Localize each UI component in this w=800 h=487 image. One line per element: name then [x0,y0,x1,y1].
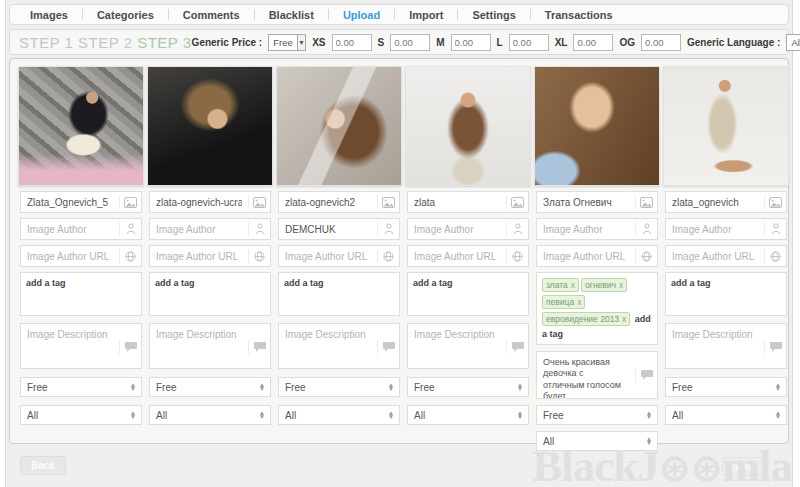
spinner-arrows-icon[interactable]: ▲▼ [383,411,399,419]
add-tag-placeholder[interactable]: add a tag [671,278,711,288]
image-author-input[interactable] [150,224,248,235]
image-title-input[interactable] [21,197,119,208]
spinner-arrows-icon[interactable]: ▲▼ [641,411,657,419]
image-author-input[interactable] [666,224,764,235]
image-title-input[interactable] [408,197,506,208]
language-select[interactable]: All ▲▼ [407,405,529,425]
image-author-url-input[interactable] [408,251,506,262]
image-description-input[interactable] [279,324,373,368]
tab-label[interactable]: Import [395,9,457,21]
tab-import[interactable]: Import [394,5,457,24]
price-select[interactable]: Free ▲▼ [665,377,787,397]
image-author-url-input[interactable] [537,251,635,262]
tab-comments[interactable]: Comments [168,5,254,24]
image-author-input[interactable] [537,224,635,235]
price-select[interactable]: Free ▲▼ [20,377,142,397]
language-select[interactable]: All ▲▼ [149,405,271,425]
image-title-input[interactable] [666,197,764,208]
image-title-input[interactable] [150,197,248,208]
size-xl-input[interactable] [573,34,613,51]
generic-price-select[interactable]: Free ▾ [268,34,306,51]
language-select[interactable]: All ▲▼ [20,405,142,425]
image-author-input[interactable] [279,224,377,235]
spinner-arrows-icon[interactable]: ▲▼ [254,383,270,391]
image-author-input[interactable] [408,224,506,235]
tab-upload[interactable]: Upload [328,5,394,24]
tag-input-box[interactable]: златаxогневичxпевицаxевровидение 2013x a… [536,272,658,345]
tab-label[interactable]: Images [16,9,82,21]
tag-remove-button[interactable]: x [619,280,623,290]
tab-settings[interactable]: Settings [457,5,529,24]
tab-blacklist[interactable]: Blacklist [254,5,328,24]
speech-bubble-icon [119,340,141,354]
size-m-input[interactable] [451,34,491,51]
add-tag-placeholder[interactable]: add a tag [413,278,453,288]
image-author-url-input[interactable] [666,251,764,262]
person-icon [635,222,657,236]
spinner-arrows-icon[interactable]: ▲▼ [512,383,528,391]
spinner-arrows-icon[interactable]: ▲▼ [125,411,141,419]
image-description-input[interactable] [21,324,115,368]
spinner-arrows-icon[interactable]: ▲▼ [770,411,786,419]
image-title-input[interactable] [279,197,377,208]
tab-categories[interactable]: Categories [82,5,168,24]
image-author-url-input[interactable] [150,251,248,262]
tab-images[interactable]: Images [16,5,82,24]
tab-transactions[interactable]: Transactions [530,5,627,24]
image-description-input[interactable] [666,324,760,368]
tab-label[interactable]: Transactions [531,9,627,21]
image-description-input[interactable] [150,324,244,368]
price-select[interactable]: Free ▲▼ [149,377,271,397]
image-description-input[interactable]: Очень красивая девочка с отличным голосо… [537,352,631,398]
tag-remove-button[interactable]: x [571,280,575,290]
tag-input-box[interactable]: add a tag [407,272,529,316]
image-description-input[interactable] [408,324,502,368]
image-title-input[interactable] [537,197,635,208]
photo-thumbnail[interactable] [534,66,660,186]
back-button[interactable]: Back [20,456,66,475]
tab-label[interactable]: Settings [458,9,529,21]
spinner-arrows-icon[interactable]: ▲▼ [125,383,141,391]
globe-icon [764,249,786,263]
add-tag-placeholder[interactable]: add a tag [155,278,195,288]
language-select[interactable]: All ▲▼ [278,405,400,425]
size-s-input[interactable] [390,34,430,51]
photo-thumbnail[interactable] [18,66,144,186]
photo-thumbnail[interactable] [147,66,273,186]
tag-input-box[interactable]: add a tag [665,272,787,316]
generic-language-select[interactable]: All ▾ [786,34,800,51]
image-author-url-input[interactable] [279,251,377,262]
tag-remove-button[interactable]: x [622,314,626,324]
author-field [665,218,787,240]
size-l-input[interactable] [509,34,549,51]
image-author-input[interactable] [21,224,119,235]
dropdown-arrow-icon[interactable]: ▾ [297,35,305,50]
photo-thumbnail[interactable] [276,66,402,186]
tab-label[interactable]: Blacklist [255,9,328,21]
spinner-arrows-icon[interactable]: ▲▼ [770,383,786,391]
add-tag-placeholder[interactable]: add a tag [284,278,324,288]
tab-label[interactable]: Upload [329,9,394,21]
picture-icon [119,195,141,209]
tag-input-box[interactable]: add a tag [278,272,400,316]
tag-pill: певицаx [542,295,585,309]
language-select[interactable]: All ▲▼ [665,405,787,425]
size-xs-input[interactable] [332,34,372,51]
tag-remove-button[interactable]: x [577,297,581,307]
size-og-input[interactable] [641,34,681,51]
add-tag-placeholder[interactable]: add a tag [26,278,66,288]
photo-thumbnail[interactable] [663,66,789,186]
spinner-arrows-icon[interactable]: ▲▼ [383,383,399,391]
tab-label[interactable]: Categories [83,9,168,21]
tag-input-box[interactable]: add a tag [20,272,142,316]
price-select[interactable]: Free ▲▼ [407,377,529,397]
price-select[interactable]: Free ▲▼ [536,405,658,425]
spinner-arrows-icon[interactable]: ▲▼ [254,411,270,419]
tab-label[interactable]: Comments [169,9,254,21]
price-select[interactable]: Free ▲▼ [278,377,400,397]
tag-input-box[interactable]: add a tag [149,272,271,316]
spinner-arrows-icon[interactable]: ▲▼ [512,411,528,419]
image-author-url-input[interactable] [21,251,119,262]
photo-thumbnail[interactable] [405,66,531,186]
send-button[interactable]: Send [722,457,766,476]
